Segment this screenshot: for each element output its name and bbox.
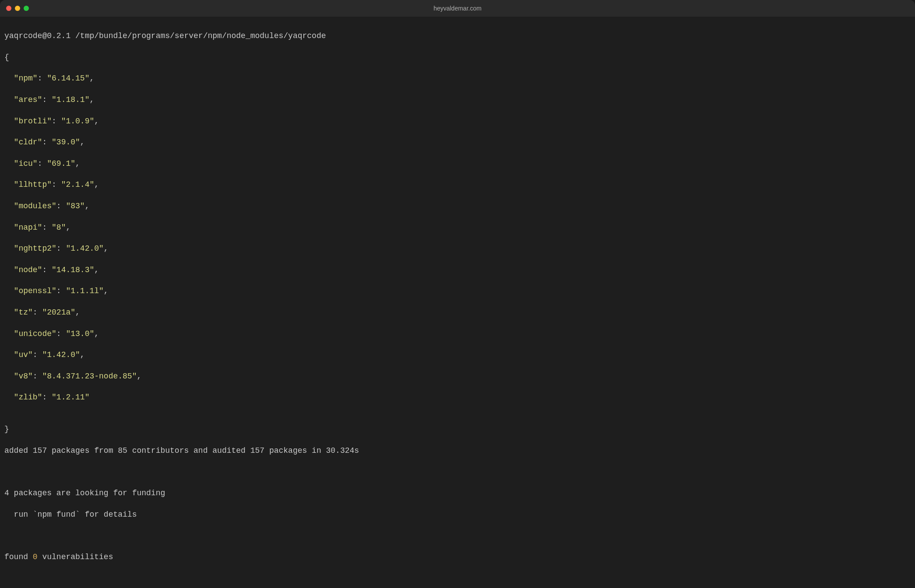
json-pair: "zlib": "1.2.11": [4, 392, 911, 402]
output-vuln-line: found 0 vulnerabilities: [4, 552, 911, 562]
json-pair: "modules": "83",: [4, 201, 911, 211]
terminal-window: heyvaldemar.com yaqrcode@0.2.1 /tmp/bund…: [0, 0, 915, 588]
json-pair: "napi": "8",: [4, 222, 911, 233]
json-pair: "v8": "8.4.371.23-node.85",: [4, 371, 911, 382]
json-pair: "node": "14.18.3",: [4, 265, 911, 275]
output-blank: [4, 573, 911, 583]
json-pair: "unicode": "13.0",: [4, 329, 911, 339]
json-pair: "brotli": "1.0.9",: [4, 116, 911, 126]
minimize-button[interactable]: [15, 6, 20, 11]
output-line: }: [4, 424, 911, 434]
output-line: {: [4, 52, 911, 63]
terminal-content[interactable]: yaqrcode@0.2.1 /tmp/bundle/programs/serv…: [0, 17, 915, 588]
output-blank: [4, 466, 911, 477]
json-pair: "openssl": "1.1.1l",: [4, 286, 911, 296]
json-pair: "llhttp": "2.1.4",: [4, 179, 911, 190]
traffic-lights: [6, 6, 29, 11]
window-title: heyvaldemar.com: [433, 4, 482, 13]
json-pair: "nghttp2": "1.42.0",: [4, 243, 911, 254]
json-pair: "icu": "69.1",: [4, 158, 911, 169]
json-pair: "cldr": "39.0",: [4, 137, 911, 147]
output-line: added 157 packages from 85 contributors …: [4, 445, 911, 456]
json-pair: "ares": "1.18.1",: [4, 94, 911, 105]
output-line: 4 packages are looking for funding: [4, 488, 911, 498]
json-pair: "tz": "2021a",: [4, 307, 911, 318]
json-pair: "npm": "6.14.15",: [4, 73, 911, 84]
title-bar: heyvaldemar.com: [0, 0, 915, 17]
maximize-button[interactable]: [24, 6, 29, 11]
output-line: run `npm fund` for details: [4, 509, 911, 520]
close-button[interactable]: [6, 6, 11, 11]
json-pair: "uv": "1.42.0",: [4, 350, 911, 360]
output-line: yaqrcode@0.2.1 /tmp/bundle/programs/serv…: [4, 31, 911, 41]
output-blank: [4, 530, 911, 541]
